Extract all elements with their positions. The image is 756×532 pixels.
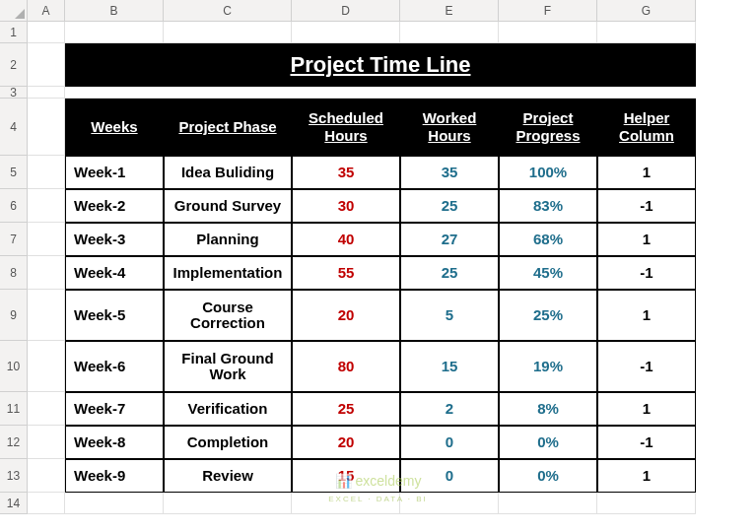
cell[interactable] [28, 189, 65, 223]
cell-week[interactable]: Week-7 [65, 392, 164, 426]
cell-scheduled[interactable]: 15 [292, 459, 400, 493]
cell-phase[interactable]: Review [164, 459, 292, 493]
cell-worked[interactable]: 25 [400, 189, 499, 223]
th-scheduled[interactable]: Scheduled Hours [292, 99, 400, 156]
row-header-13[interactable]: 13 [0, 459, 28, 493]
cell[interactable] [28, 156, 65, 189]
cell-progress[interactable]: 8% [499, 392, 597, 426]
cell[interactable] [400, 493, 499, 514]
cell-progress[interactable]: 0% [499, 426, 597, 459]
cell[interactable] [28, 87, 65, 99]
row-header-5[interactable]: 5 [0, 156, 28, 189]
row-header-4[interactable]: 4 [0, 99, 28, 156]
cell-helper[interactable]: 1 [597, 459, 696, 493]
cell-week[interactable]: Week-1 [65, 156, 164, 189]
select-all-corner[interactable] [0, 0, 28, 22]
row-header-10[interactable]: 10 [0, 341, 28, 392]
cell[interactable] [65, 493, 164, 514]
th-phase[interactable]: Project Phase [164, 99, 292, 156]
cell-scheduled[interactable]: 30 [292, 189, 400, 223]
cell-worked[interactable]: 2 [400, 392, 499, 426]
cell-week[interactable]: Week-5 [65, 290, 164, 341]
col-header-G[interactable]: G [597, 0, 696, 22]
cell-helper[interactable]: 1 [597, 392, 696, 426]
cell-worked[interactable]: 25 [400, 256, 499, 290]
page-title[interactable]: Project Time Line [65, 43, 696, 87]
cell-progress[interactable]: 19% [499, 341, 597, 392]
cell-helper[interactable]: 1 [597, 223, 696, 256]
cell[interactable] [28, 392, 65, 426]
th-weeks[interactable]: Weeks [65, 99, 164, 156]
cell-phase[interactable]: Implementation [164, 256, 292, 290]
cell[interactable] [499, 22, 597, 43]
col-header-F[interactable]: F [499, 0, 597, 22]
cell-phase[interactable]: Verification [164, 392, 292, 426]
cell-phase[interactable]: Final Ground Work [164, 341, 292, 392]
cell-worked[interactable]: 0 [400, 459, 499, 493]
cell[interactable] [164, 22, 292, 43]
cell-scheduled[interactable]: 25 [292, 392, 400, 426]
cell-week[interactable]: Week-9 [65, 459, 164, 493]
col-header-E[interactable]: E [400, 0, 499, 22]
cell[interactable] [292, 493, 400, 514]
row-header-11[interactable]: 11 [0, 392, 28, 426]
cell[interactable] [28, 341, 65, 392]
cell-scheduled[interactable]: 20 [292, 426, 400, 459]
cell-phase[interactable]: Completion [164, 426, 292, 459]
col-header-A[interactable]: A [28, 0, 65, 22]
cell-worked[interactable]: 0 [400, 426, 499, 459]
row-header-3[interactable]: 3 [0, 87, 28, 99]
cell-scheduled[interactable]: 55 [292, 256, 400, 290]
cell[interactable] [28, 43, 65, 87]
cell-progress[interactable]: 83% [499, 189, 597, 223]
cell-progress[interactable]: 25% [499, 290, 597, 341]
cell-week[interactable]: Week-3 [65, 223, 164, 256]
cell-worked[interactable]: 35 [400, 156, 499, 189]
cell[interactable] [499, 493, 597, 514]
cell[interactable] [28, 459, 65, 493]
cell-phase[interactable]: Idea Buliding [164, 156, 292, 189]
col-header-B[interactable]: B [65, 0, 164, 22]
cell[interactable] [292, 22, 400, 43]
cell-week[interactable]: Week-8 [65, 426, 164, 459]
cell-scheduled[interactable]: 35 [292, 156, 400, 189]
row-header-8[interactable]: 8 [0, 256, 28, 290]
cell[interactable] [65, 22, 164, 43]
cell-scheduled[interactable]: 40 [292, 223, 400, 256]
cell-helper[interactable]: -1 [597, 426, 696, 459]
col-header-C[interactable]: C [164, 0, 292, 22]
cell-week[interactable]: Week-4 [65, 256, 164, 290]
cell-helper[interactable]: -1 [597, 256, 696, 290]
cell-week[interactable]: Week-6 [65, 341, 164, 392]
cell-helper[interactable]: 1 [597, 290, 696, 341]
row-header-6[interactable]: 6 [0, 189, 28, 223]
th-helper[interactable]: Helper Column [597, 99, 696, 156]
cell[interactable] [28, 290, 65, 341]
cell-phase[interactable]: Ground Survey [164, 189, 292, 223]
cell[interactable] [597, 22, 696, 43]
cell-helper[interactable]: -1 [597, 189, 696, 223]
row-header-12[interactable]: 12 [0, 426, 28, 459]
cell[interactable] [597, 493, 696, 514]
row-header-7[interactable]: 7 [0, 223, 28, 256]
cell-helper[interactable]: -1 [597, 341, 696, 392]
row-header-2[interactable]: 2 [0, 43, 28, 87]
row-header-1[interactable]: 1 [0, 22, 28, 43]
cell[interactable] [400, 22, 499, 43]
cell[interactable] [28, 223, 65, 256]
col-header-D[interactable]: D [292, 0, 400, 22]
th-worked[interactable]: Worked Hours [400, 99, 499, 156]
cell-progress[interactable]: 100% [499, 156, 597, 189]
cell-helper[interactable]: 1 [597, 156, 696, 189]
cell-worked[interactable]: 15 [400, 341, 499, 392]
row-header-14[interactable]: 14 [0, 493, 28, 514]
cell-progress[interactable]: 0% [499, 459, 597, 493]
row-header-9[interactable]: 9 [0, 290, 28, 341]
cell-week[interactable]: Week-2 [65, 189, 164, 223]
cell-phase[interactable]: Course Correction [164, 290, 292, 341]
cell-worked[interactable]: 27 [400, 223, 499, 256]
cell-phase[interactable]: Planning [164, 223, 292, 256]
cell-progress[interactable]: 45% [499, 256, 597, 290]
cell[interactable] [28, 256, 65, 290]
cell[interactable] [164, 493, 292, 514]
